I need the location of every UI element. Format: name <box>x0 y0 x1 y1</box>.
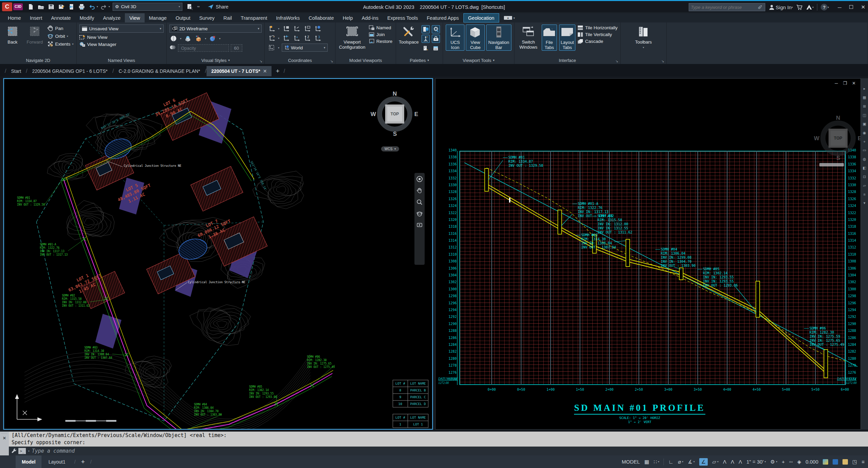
tile-vertically-button[interactable]: Tile Vertically <box>577 32 618 37</box>
wcs-menu[interactable]: WCS▾ <box>381 146 399 151</box>
minimize-button[interactable]: ─ <box>838 4 841 10</box>
ucs-named-icon[interactable] <box>267 25 276 33</box>
plan-viewport[interactable]: LOT 639,209.16 SQFT0.90 AC LOT 548,485.8… <box>3 78 433 430</box>
showmotion-icon[interactable] <box>416 222 423 229</box>
qat-customize-button[interactable]: ≂ <box>194 2 203 11</box>
opacity-value[interactable]: 60 <box>231 44 242 52</box>
help-menu[interactable]: ?▾ <box>821 4 829 11</box>
tab-collaborate[interactable]: Collaborate <box>304 13 338 22</box>
compass-south[interactable]: S <box>393 131 397 138</box>
sign-in-menu[interactable]: Sign In▾ <box>769 4 793 10</box>
interface-launcher[interactable]: ↘ <box>616 59 618 63</box>
model-space-indicator[interactable]: MODEL <box>622 459 640 465</box>
file-tab-ut-7-lots[interactable]: 2200504 UT - 7 LOTS*✕ <box>207 66 272 76</box>
drag-grip-icon[interactable]: ∙∙∙∙∙∙ <box>1 432 7 434</box>
isometric-drafting-toggle[interactable]: ∡▾ <box>688 459 694 465</box>
settings-palette-toggle[interactable] <box>432 25 440 33</box>
plot-status-icon[interactable] <box>842 459 848 465</box>
maximize-button[interactable]: ☐ <box>849 4 853 10</box>
profile-viewport[interactable]: ─ ❐ ✕ <box>435 78 861 430</box>
tab-geolocation[interactable]: Geolocation <box>463 13 499 22</box>
tab-view[interactable]: View <box>125 13 144 22</box>
panel-label-interface[interactable]: Interface <box>559 58 576 63</box>
workspace-switcher[interactable]: ⚙ Civil 3D ▾ <box>113 3 182 11</box>
compass-east[interactable]: E <box>414 111 418 118</box>
panel-label-navigate[interactable]: Navigate 2D <box>26 58 50 63</box>
ucs-back-icon[interactable] <box>282 34 290 42</box>
toolspace-button[interactable]: Toolspace <box>399 25 419 45</box>
command-close-icon[interactable]: × <box>3 435 6 441</box>
search-input[interactable] <box>691 5 757 10</box>
ortho-mode-toggle[interactable]: ∟ <box>668 459 673 465</box>
ucs-3point-icon[interactable]: 3 <box>313 34 322 42</box>
viewport-configuration-button[interactable]: Viewport Configuration <box>338 25 366 50</box>
survey-palette-toggle[interactable]: x <box>422 35 430 43</box>
tab-featured-apps[interactable]: Featured Apps <box>422 13 463 22</box>
rail-icon[interactable]: ⊞ <box>863 104 866 109</box>
search-icon[interactable]: 🜚 <box>757 4 763 10</box>
search-box[interactable]: 🜚 <box>689 3 765 11</box>
full-navigation-wheel-icon[interactable] <box>416 176 423 182</box>
redo-button[interactable] <box>99 2 108 11</box>
materials-off-icon[interactable] <box>209 34 217 43</box>
toolbars-launcher[interactable]: ↘ <box>661 59 664 63</box>
autodesk-menu[interactable]: ▾ <box>806 4 814 10</box>
view-cube[interactable]: N W E S TOP <box>373 92 417 136</box>
compass-west[interactable]: W <box>371 111 376 118</box>
app-store-cart-icon[interactable] <box>796 4 803 10</box>
ucs-icon-toggle[interactable]: UCS Icon <box>446 25 464 51</box>
ribbon-collapse-button[interactable]: ▲▾ <box>504 13 515 22</box>
plot-button[interactable] <box>77 2 86 11</box>
panel-label-viewport-tools[interactable]: Viewport Tools <box>463 58 491 63</box>
rail-icon[interactable]: ▦ <box>863 95 866 100</box>
compass-north[interactable]: N <box>393 91 397 97</box>
file-tabs-toggle[interactable]: × File Tabs <box>542 25 557 51</box>
rail-icon[interactable]: ◍ <box>863 157 866 161</box>
rail-icon[interactable]: ▾ <box>864 201 866 205</box>
close-tab-icon[interactable]: ✕ <box>263 68 267 74</box>
polar-tracking-toggle[interactable]: ⌀▾ <box>678 459 683 465</box>
plot-preview-button[interactable] <box>185 2 194 11</box>
rail-icon[interactable]: + <box>863 140 865 144</box>
rail-icon[interactable]: ⊡ <box>863 175 866 179</box>
tab-output[interactable]: Output <box>171 13 195 22</box>
plot-transfer-button[interactable] <box>67 2 76 11</box>
panel-label-visual-styles[interactable]: Visual Styles <box>201 58 227 63</box>
grid-display-toggle[interactable]: ▦ <box>644 459 649 465</box>
command-input[interactable]: Type a command <box>32 448 75 454</box>
autoscale-toggle[interactable]: Λ <box>731 459 734 465</box>
command-history[interactable]: [All/Center/Dynamic/Extents/Previous/Sca… <box>9 432 868 447</box>
save-button[interactable] <box>47 2 55 11</box>
coordinate-readout[interactable]: 0.000 <box>806 459 819 465</box>
forward-button[interactable]: Forward <box>25 25 44 45</box>
rail-icon[interactable]: ▣ <box>863 122 866 126</box>
annotation-scale-value[interactable]: 1" = 30'▾ <box>747 459 766 465</box>
view-manager-button[interactable]: View Manager <box>79 42 164 47</box>
tab-home[interactable]: Home <box>3 13 26 22</box>
new-tab-button[interactable]: + <box>272 66 283 76</box>
workspace-gear-menu[interactable]: ⚙▾ <box>770 459 777 465</box>
save-as-button[interactable] <box>57 2 66 11</box>
app-menu-button[interactable]: C <box>2 2 12 11</box>
visual-styles-launcher[interactable]: ↘ <box>260 59 262 63</box>
file-tab-grading-drainage[interactable]: C-2.0 GRADING & DRAINAGE PLAN* <box>114 66 205 76</box>
tab-manage[interactable]: Manage <box>145 13 171 22</box>
undo-dropdown[interactable]: ▾ <box>97 5 98 8</box>
coordinates-launcher[interactable]: ↘ <box>330 59 333 63</box>
command-palette-icon[interactable] <box>432 44 440 52</box>
navigation-bar-toggle[interactable]: Navigation Bar <box>486 25 511 51</box>
panel-label-named-views[interactable]: Named Views <box>108 58 135 63</box>
tile-horizontally-button[interactable]: Tile Horizontally <box>577 25 618 30</box>
new-view-button[interactable]: New View <box>79 34 164 40</box>
view-dropdown[interactable]: Unsaved View▾ <box>79 25 164 33</box>
object-snap-tracking-toggle[interactable]: ∠ <box>699 458 708 466</box>
textured-cube-icon[interactable] <box>194 34 202 43</box>
redo-dropdown[interactable]: ▾ <box>109 5 110 8</box>
new-file-button[interactable] <box>26 2 35 11</box>
isolate-objects-icon[interactable] <box>823 459 828 465</box>
orbit-button[interactable]: Orbit▾ <box>47 33 73 39</box>
tab-analyze[interactable]: Analyze <box>99 13 125 22</box>
back-button[interactable]: Back <box>3 25 22 45</box>
visual-style-dropdown[interactable]: 2D Wireframe▾ <box>169 25 262 33</box>
annotation-visibility-toggle[interactable]: Λ <box>723 459 726 465</box>
